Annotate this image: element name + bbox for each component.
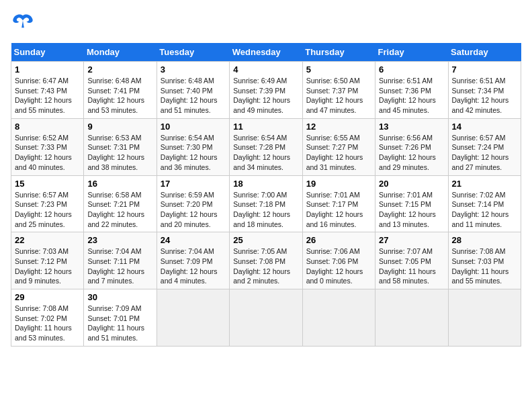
weekday-header-wednesday: Wednesday	[230, 43, 302, 62]
day-number: 18	[233, 179, 298, 189]
cell-sunrise: Sunrise: 7:01 AM	[306, 191, 360, 199]
cell-sunset: Sunset: 7:40 PM	[161, 87, 213, 95]
cell-sunset: Sunset: 7:28 PM	[233, 143, 285, 151]
day-number: 24	[161, 235, 226, 245]
day-number: 5	[306, 64, 371, 75]
calendar-cell: 26 Sunrise: 7:06 AM Sunset: 7:06 PM Dayl…	[302, 232, 375, 289]
calendar-week-row: 22 Sunrise: 7:03 AM Sunset: 7:12 PM Dayl…	[11, 232, 521, 289]
cell-daylight: Daylight: 12 hours and 38 minutes.	[87, 153, 144, 171]
calendar-cell: 16 Sunrise: 6:58 AM Sunset: 7:21 PM Dayl…	[84, 175, 157, 232]
calendar-cell: 9 Sunrise: 6:53 AM Sunset: 7:31 PM Dayli…	[84, 118, 157, 175]
cell-sunrise: Sunrise: 7:06 AM	[306, 247, 360, 255]
day-number: 7	[452, 64, 517, 75]
calendar-cell: 23 Sunrise: 7:04 AM Sunset: 7:11 PM Dayl…	[84, 232, 157, 289]
calendar-cell: 12 Sunrise: 6:55 AM Sunset: 7:27 PM Dayl…	[302, 118, 375, 175]
cell-daylight: Daylight: 12 hours and 2 minutes.	[233, 267, 290, 285]
day-number: 13	[379, 122, 444, 132]
cell-daylight: Daylight: 11 hours and 51 minutes.	[87, 324, 144, 342]
cell-sunrise: Sunrise: 6:55 AM	[306, 134, 360, 142]
cell-sunrise: Sunrise: 7:04 AM	[161, 247, 214, 255]
calendar-cell: 6 Sunrise: 6:51 AM Sunset: 7:36 PM Dayli…	[375, 62, 448, 119]
weekday-header-thursday: Thursday	[302, 43, 375, 62]
cell-daylight: Daylight: 11 hours and 53 minutes.	[15, 324, 72, 342]
cell-sunrise: Sunrise: 6:48 AM	[161, 77, 214, 85]
cell-sunset: Sunset: 7:36 PM	[379, 87, 431, 95]
cell-sunrise: Sunrise: 6:54 AM	[233, 134, 287, 142]
day-number: 27	[379, 235, 444, 245]
calendar-cell: 3 Sunrise: 6:48 AM Sunset: 7:40 PM Dayli…	[157, 62, 229, 119]
calendar-cell: 14 Sunrise: 6:57 AM Sunset: 7:24 PM Dayl…	[448, 118, 521, 175]
calendar-cell: 24 Sunrise: 7:04 AM Sunset: 7:09 PM Dayl…	[157, 232, 229, 289]
cell-daylight: Daylight: 12 hours and 16 minutes.	[306, 210, 363, 228]
calendar-week-row: 1 Sunrise: 6:47 AM Sunset: 7:43 PM Dayli…	[11, 62, 521, 119]
cell-sunset: Sunset: 7:20 PM	[161, 200, 213, 208]
weekday-header-row: SundayMondayTuesdayWednesdayThursdayFrid…	[11, 43, 521, 62]
cell-daylight: Daylight: 12 hours and 53 minutes.	[87, 96, 144, 114]
day-number: 10	[161, 122, 226, 132]
cell-daylight: Daylight: 11 hours and 58 minutes.	[379, 267, 436, 285]
cell-sunset: Sunset: 7:37 PM	[306, 87, 359, 95]
calendar-cell: 13 Sunrise: 6:56 AM Sunset: 7:26 PM Dayl…	[375, 118, 448, 175]
cell-daylight: Daylight: 12 hours and 25 minutes.	[15, 210, 72, 228]
cell-daylight: Daylight: 12 hours and 55 minutes.	[15, 96, 72, 114]
calendar-cell: 5 Sunrise: 6:50 AM Sunset: 7:37 PM Dayli…	[302, 62, 375, 119]
cell-daylight: Daylight: 12 hours and 18 minutes.	[233, 210, 290, 228]
cell-daylight: Daylight: 12 hours and 45 minutes.	[379, 96, 436, 114]
cell-sunset: Sunset: 7:03 PM	[452, 257, 504, 265]
cell-sunrise: Sunrise: 7:03 AM	[15, 247, 69, 255]
cell-daylight: Daylight: 11 hours and 55 minutes.	[452, 267, 509, 285]
day-number: 9	[87, 122, 152, 132]
day-number: 28	[452, 235, 517, 245]
calendar-cell: 19 Sunrise: 7:01 AM Sunset: 7:17 PM Dayl…	[302, 175, 375, 232]
cell-daylight: Daylight: 12 hours and 27 minutes.	[452, 153, 509, 171]
weekday-header-friday: Friday	[375, 43, 448, 62]
cell-daylight: Daylight: 12 hours and 20 minutes.	[161, 210, 218, 228]
calendar-cell: 7 Sunrise: 6:51 AM Sunset: 7:34 PM Dayli…	[448, 62, 521, 119]
cell-daylight: Daylight: 12 hours and 9 minutes.	[15, 267, 72, 285]
cell-daylight: Daylight: 12 hours and 47 minutes.	[306, 96, 363, 114]
cell-sunset: Sunset: 7:12 PM	[15, 257, 67, 265]
day-number: 16	[87, 179, 152, 189]
cell-sunrise: Sunrise: 6:48 AM	[87, 77, 141, 85]
cell-sunset: Sunset: 7:11 PM	[87, 257, 140, 265]
cell-sunrise: Sunrise: 6:58 AM	[87, 191, 141, 199]
cell-sunrise: Sunrise: 7:00 AM	[233, 191, 287, 199]
cell-sunset: Sunset: 7:02 PM	[15, 314, 67, 322]
cell-daylight: Daylight: 12 hours and 11 minutes.	[452, 210, 509, 228]
calendar-cell: 15 Sunrise: 6:57 AM Sunset: 7:23 PM Dayl…	[11, 175, 84, 232]
calendar-cell: 30 Sunrise: 7:09 AM Sunset: 7:01 PM Dayl…	[84, 289, 157, 347]
cell-daylight: Daylight: 12 hours and 7 minutes.	[87, 267, 144, 285]
cell-sunrise: Sunrise: 6:59 AM	[161, 191, 214, 199]
calendar-cell	[230, 289, 302, 347]
calendar-week-row: 8 Sunrise: 6:52 AM Sunset: 7:33 PM Dayli…	[11, 118, 521, 175]
day-number: 14	[452, 122, 517, 132]
weekday-header-saturday: Saturday	[448, 43, 521, 62]
day-number: 30	[87, 292, 152, 302]
cell-daylight: Daylight: 12 hours and 31 minutes.	[306, 153, 363, 171]
cell-sunset: Sunset: 7:26 PM	[379, 143, 431, 151]
calendar-cell: 22 Sunrise: 7:03 AM Sunset: 7:12 PM Dayl…	[11, 232, 84, 289]
cell-sunrise: Sunrise: 7:05 AM	[233, 247, 287, 255]
logo	[11, 11, 38, 35]
cell-sunrise: Sunrise: 6:47 AM	[15, 77, 69, 85]
calendar-table: SundayMondayTuesdayWednesdayThursdayFrid…	[11, 43, 521, 347]
cell-sunrise: Sunrise: 6:53 AM	[87, 134, 141, 142]
cell-sunset: Sunset: 7:15 PM	[379, 200, 431, 208]
cell-sunrise: Sunrise: 7:04 AM	[87, 247, 141, 255]
cell-sunrise: Sunrise: 6:54 AM	[161, 134, 214, 142]
cell-daylight: Daylight: 12 hours and 22 minutes.	[87, 210, 144, 228]
calendar-week-row: 29 Sunrise: 7:08 AM Sunset: 7:02 PM Dayl…	[11, 289, 521, 347]
day-number: 3	[161, 64, 226, 75]
calendar-cell: 29 Sunrise: 7:08 AM Sunset: 7:02 PM Dayl…	[11, 289, 84, 347]
cell-sunrise: Sunrise: 6:57 AM	[15, 191, 69, 199]
day-number: 19	[306, 179, 371, 189]
calendar-cell: 25 Sunrise: 7:05 AM Sunset: 7:08 PM Dayl…	[230, 232, 302, 289]
day-number: 23	[87, 235, 152, 245]
day-number: 21	[452, 179, 517, 189]
calendar-cell: 21 Sunrise: 7:02 AM Sunset: 7:14 PM Dayl…	[448, 175, 521, 232]
cell-sunset: Sunset: 7:21 PM	[87, 200, 140, 208]
day-number: 25	[233, 235, 298, 245]
calendar-week-row: 15 Sunrise: 6:57 AM Sunset: 7:23 PM Dayl…	[11, 175, 521, 232]
cell-sunrise: Sunrise: 7:07 AM	[379, 247, 433, 255]
cell-sunset: Sunset: 7:39 PM	[233, 87, 285, 95]
